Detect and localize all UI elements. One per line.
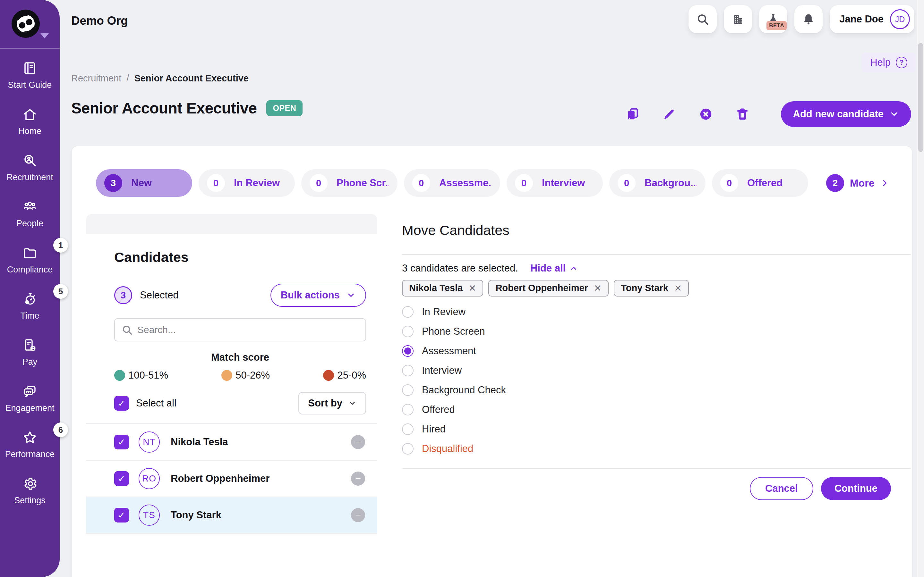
candidate-list: ✓ NT Nikola Tesla − ✓ RO Robert Oppenhei… xyxy=(86,424,377,534)
stage-new[interactable]: 3 New xyxy=(96,169,192,197)
page-title: Senior Account Executive xyxy=(71,99,257,117)
stage-options: In Review Phone Screen Assessment Interv… xyxy=(402,302,911,459)
chip-close-icon[interactable]: ✕ xyxy=(674,283,682,293)
option-in-review[interactable]: In Review xyxy=(402,302,911,322)
option-label: Offered xyxy=(422,404,455,416)
pencil-icon xyxy=(662,107,677,121)
option-disqualified[interactable]: Disqualified xyxy=(402,439,911,459)
search-icon xyxy=(696,13,709,26)
building-icon xyxy=(731,13,745,26)
option-assessment[interactable]: Assessment xyxy=(402,342,911,361)
sidebar-item-people[interactable]: People xyxy=(0,199,60,229)
option-background-check[interactable]: Background Check xyxy=(402,380,911,400)
sidebar-item-label: Settings xyxy=(14,495,45,506)
stopwatch-icon: 5 xyxy=(22,291,38,307)
option-label: Phone Screen xyxy=(422,326,485,337)
candidates-panel: Candidates 3 Selected Bulk actions Match… xyxy=(86,214,377,577)
org-name: Demo Org xyxy=(71,14,128,27)
deselect-candidate-button[interactable]: − xyxy=(351,472,365,486)
logo-area xyxy=(0,0,60,49)
stage-phone-screen[interactable]: 0 Phone Scr... xyxy=(301,169,397,197)
trash-icon xyxy=(735,107,750,121)
delete-button[interactable] xyxy=(735,106,750,122)
candidate-row-nikola-tesla[interactable]: ✓ NT Nikola Tesla − xyxy=(86,424,377,461)
chip-close-icon[interactable]: ✕ xyxy=(468,283,476,293)
sidebar-item-pay[interactable]: Pay xyxy=(0,337,60,367)
selected-count-badge: 3 xyxy=(114,286,132,304)
sidebar-item-label: Home xyxy=(18,126,41,137)
org-logo[interactable] xyxy=(10,8,41,39)
chip-robert-oppenheimer: Robert Oppenheimer ✕ xyxy=(488,280,609,297)
labs-button[interactable]: BETA xyxy=(759,5,787,33)
sidebar-item-label: Engagement xyxy=(5,403,54,414)
radio-icon xyxy=(402,443,414,455)
deselect-candidate-button[interactable]: − xyxy=(351,508,365,522)
radio-icon xyxy=(402,306,414,318)
org-switch-caret-icon[interactable] xyxy=(40,33,49,39)
gear-icon xyxy=(22,476,38,492)
option-label: Disqualified xyxy=(422,443,473,455)
hide-all-link[interactable]: Hide all xyxy=(530,263,578,274)
option-offered[interactable]: Offered xyxy=(402,400,911,420)
breadcrumb: Recruitment / Senior Account Executive xyxy=(71,73,249,84)
company-button[interactable] xyxy=(724,5,752,33)
avatar: RO xyxy=(139,468,160,489)
bulk-actions-button[interactable]: Bulk actions xyxy=(270,284,366,307)
stage-in-review[interactable]: 0 In Review xyxy=(199,169,295,197)
select-all-checkbox[interactable]: ✓ xyxy=(114,396,129,411)
radio-icon xyxy=(402,326,414,337)
breadcrumb-separator: / xyxy=(126,73,129,84)
candidate-checkbox[interactable]: ✓ xyxy=(114,435,129,450)
user-menu[interactable]: Jane Doe JD xyxy=(830,5,914,33)
orange-dot-icon xyxy=(221,370,232,381)
chip-close-icon[interactable]: ✕ xyxy=(594,283,602,293)
chip-label: Nikola Tesla xyxy=(409,283,463,293)
sidebar-item-settings[interactable]: Settings xyxy=(0,476,60,506)
cancel-button[interactable]: Cancel xyxy=(750,477,813,500)
global-search-button[interactable] xyxy=(688,5,717,33)
legend-label: 100-51% xyxy=(128,370,168,381)
help-button[interactable]: Help ? xyxy=(862,53,916,73)
sidebar-item-home[interactable]: Home xyxy=(0,106,60,137)
org-logo-icon xyxy=(10,8,41,39)
status-badge: OPEN xyxy=(266,100,302,116)
notifications-button[interactable] xyxy=(795,5,822,33)
candidate-search-input[interactable] xyxy=(114,318,366,342)
scrollbar-thumb[interactable] xyxy=(918,43,923,152)
edit-button[interactable] xyxy=(662,106,677,122)
divider xyxy=(402,468,911,469)
sidebar-item-label: Compliance xyxy=(7,264,53,275)
user-name: Jane Doe xyxy=(839,13,884,25)
candidate-checkbox[interactable]: ✓ xyxy=(114,471,129,486)
sidebar-item-time[interactable]: 5 Time xyxy=(0,291,60,321)
move-candidates-title: Move Candidates xyxy=(402,222,911,238)
option-hired[interactable]: Hired xyxy=(402,420,911,439)
sidebar-item-recruitment[interactable]: Recruitment xyxy=(0,153,60,183)
option-label: Interview xyxy=(422,365,462,376)
sort-by-button[interactable]: Sort by xyxy=(298,392,366,414)
sidebar-item-engagement[interactable]: Engagement xyxy=(0,384,60,414)
bell-icon xyxy=(802,13,815,26)
candidate-checkbox[interactable]: ✓ xyxy=(114,508,129,522)
option-interview[interactable]: Interview xyxy=(402,361,911,380)
deselect-candidate-button[interactable]: − xyxy=(351,435,365,449)
candidate-row-robert-oppenheimer[interactable]: ✓ RO Robert Oppenheimer − xyxy=(86,461,377,497)
continue-button[interactable]: Continue xyxy=(821,477,891,500)
close-position-button[interactable] xyxy=(698,106,714,122)
pay-doc-icon xyxy=(22,337,38,353)
radio-selected-icon xyxy=(402,345,414,357)
sidebar-item-start-guide[interactable]: Start Guide xyxy=(0,60,60,90)
home-icon xyxy=(22,106,38,122)
chip-label: Tony Stark xyxy=(621,283,668,293)
duplicate-button[interactable] xyxy=(625,106,640,122)
vertical-scrollbar[interactable] xyxy=(917,0,924,577)
sidebar-item-compliance[interactable]: 1 Compliance xyxy=(0,245,60,275)
match-score-legend: 100-51% 50-26% 25-0% xyxy=(114,370,366,381)
sidebar-item-performance[interactable]: 6 Performance xyxy=(0,430,60,460)
option-phone-screen[interactable]: Phone Screen xyxy=(402,322,911,342)
stage-count: 3 xyxy=(104,174,122,192)
avatar: NT xyxy=(139,432,160,453)
breadcrumb-link-recruitment[interactable]: Recruitment xyxy=(71,73,121,84)
candidate-row-tony-stark[interactable]: ✓ TS Tony Stark − xyxy=(86,497,377,534)
add-new-candidate-button[interactable]: Add new candidate xyxy=(781,101,911,127)
